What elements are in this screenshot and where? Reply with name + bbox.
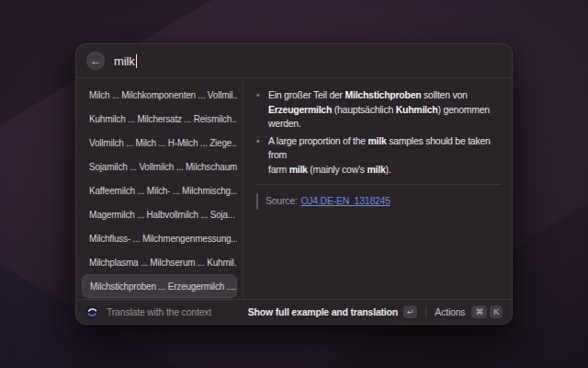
list-item-label: Vollmilch ... Milch ... H-Milch ... Zieg… xyxy=(89,138,237,148)
bullet-dot: • xyxy=(256,88,268,132)
source-label: Source: xyxy=(266,194,297,209)
list-item[interactable]: Milchfluss- ... Milchmengenmessung... xyxy=(82,226,237,250)
window-body: Milch ... Milchkomponenten ... Vollmil..… xyxy=(76,78,512,299)
source-link[interactable]: OJ4.DE-EN_1318245 xyxy=(300,194,390,209)
quote-bar xyxy=(256,193,258,210)
list-item[interactable]: Milchplasma ... Milchserum ... Kuhmil... xyxy=(82,250,237,274)
list-item[interactable]: Milch ... Milchkomponenten ... Vollmil..… xyxy=(82,83,237,107)
actions-label: Actions xyxy=(435,306,465,317)
list-item-label: Kuhmilch ... Milchersatz ... Reismilch..… xyxy=(89,114,237,124)
list-item-label: Sojamilch ... Vollmilch ... Milchschaum … xyxy=(89,162,237,172)
search-input[interactable]: milk xyxy=(114,44,502,77)
sentence-text: A large proportion of the milk samples s… xyxy=(268,134,501,178)
list-item-label: Milchstichproben ... Erzeugermilch .....… xyxy=(90,282,237,292)
footer-bar: Translate with the context Show full exa… xyxy=(76,300,512,324)
back-arrow-icon: ← xyxy=(90,55,101,66)
footer-divider xyxy=(425,306,426,317)
search-query-text: milk xyxy=(114,54,135,68)
search-bar: ← milk xyxy=(76,44,512,77)
actions-button[interactable]: Actions ⌘ K xyxy=(435,305,503,318)
list-item-label: Magermilch ... Halbvollmilch ... Soja... xyxy=(89,210,235,220)
example-sentence-de: •Ein großer Teil der Milchstichproben so… xyxy=(256,88,501,132)
text-cursor xyxy=(136,54,138,68)
context-hint-label: Translate with the context xyxy=(107,306,211,317)
detail-pane: •Ein großer Teil der Milchstichproben so… xyxy=(243,78,512,299)
divider xyxy=(256,184,501,185)
cmd-key-badge: ⌘ xyxy=(471,305,487,318)
bullet-dot: • xyxy=(256,134,268,178)
list-item-label: Kaffeemilch ... Milch- ... Milchmischg..… xyxy=(89,186,237,196)
list-item[interactable]: Vollmilch ... Milch ... H-Milch ... Zieg… xyxy=(82,131,237,155)
back-button[interactable]: ← xyxy=(86,52,105,70)
list-item[interactable]: Magermilch ... Halbvollmilch ... Soja... xyxy=(82,202,237,226)
list-item-label: Milchfluss- ... Milchmengenmessung... xyxy=(89,234,237,244)
translation-window: ← milk Milch ... Milchkomponenten ... Vo… xyxy=(75,43,513,325)
show-full-example-button[interactable]: Show full example and translation ↵ xyxy=(248,305,418,318)
list-item-label: Milch ... Milchkomponenten ... Vollmil..… xyxy=(89,90,237,100)
example-sentence-en: •A large proportion of the milk samples … xyxy=(256,134,501,178)
results-list: Milch ... Milchkomponenten ... Vollmil..… xyxy=(76,78,243,299)
list-item-selected[interactable]: Milchstichproben ... Erzeugermilch .....… xyxy=(82,274,237,298)
primary-action-label: Show full example and translation xyxy=(248,306,398,317)
list-item[interactable]: Sojamilch ... Vollmilch ... Milchschaum … xyxy=(82,155,237,178)
sentence-text: Ein großer Teil der Milchstichproben sol… xyxy=(268,88,490,132)
list-item-label: Milchplasma ... Milchserum ... Kuhmil... xyxy=(89,258,237,268)
list-item[interactable]: Kaffeemilch ... Milch- ... Milchmischg..… xyxy=(82,178,237,202)
k-key-badge: K xyxy=(490,305,503,318)
translate-logo-icon xyxy=(85,305,99,319)
enter-key-badge: ↵ xyxy=(403,305,417,318)
source-row: Source: OJ4.DE-EN_1318245 xyxy=(256,193,501,210)
list-item[interactable]: Kuhmilch ... Milchersatz ... Reismilch..… xyxy=(82,107,237,131)
